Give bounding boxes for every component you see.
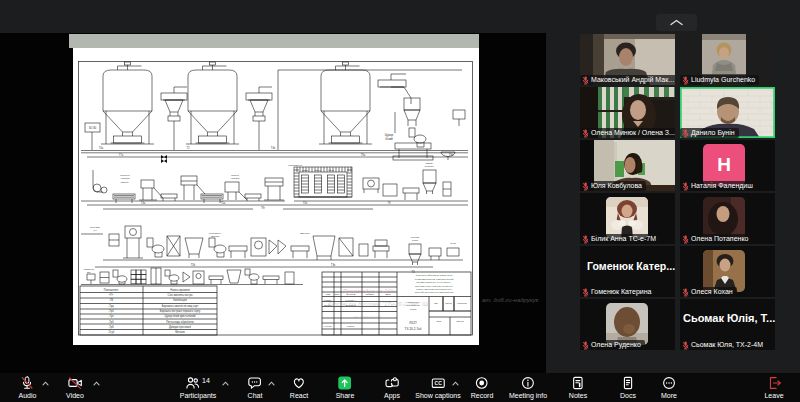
svg-text:Фасув: Фасув (328, 169, 334, 171)
svg-text:частина: частина (231, 177, 241, 180)
svg-text:Т2: Т2 (186, 146, 190, 150)
svg-text:Т4а: Т4а (99, 146, 104, 150)
svg-text:Суба: Суба (450, 242, 456, 245)
svg-text:-Тр5: -Тр5 (108, 320, 114, 324)
svg-text:Питна вода оброблена: Питна вода оброблена (166, 320, 194, 324)
svg-text:Т5а: Т5а (221, 201, 226, 205)
svg-text:Морозильна: Морозильна (288, 164, 302, 167)
svg-text:Сіль змелена екстра: Сіль змелена екстра (168, 293, 193, 297)
svg-text:-Туз: -Туз (109, 314, 115, 318)
svg-text:Цукор білий кристалічний: Цукор білий кристалічний (165, 314, 196, 318)
svg-text:Масштаб: Масштаб (457, 302, 467, 304)
svg-text:Назва сировини: Назва сировини (170, 288, 190, 292)
svg-text:Т3в: Т3в (331, 263, 336, 267)
svg-text:цех: цех (93, 229, 97, 231)
svg-text:CC: CC (434, 380, 442, 386)
svg-text:Змішувач: Змішувач (300, 232, 310, 234)
svg-text:білий: білий (385, 137, 393, 141)
svg-text:пудра: пудра (412, 239, 419, 241)
svg-text:Мийка: Мийка (302, 169, 309, 171)
svg-text:-Тр4: -Тр4 (108, 309, 114, 313)
svg-text:схема: схема (410, 308, 417, 310)
svg-text:як навчання: як навчання (352, 314, 381, 320)
svg-text:Борошно екстракл першого сорту: Борошно екстракл першого сорту (160, 309, 201, 313)
svg-text:відомих апаратів у потоці бага: відомих апаратів у потоці багато- (417, 281, 452, 283)
svg-text:-Тсуб: -Тсуб (108, 330, 115, 334)
svg-text:Дріжджі пресовані: Дріжджі пресовані (169, 325, 191, 329)
svg-text:Меланж: Меланж (175, 330, 185, 334)
svg-text:Морозильні: Морозильні (209, 232, 221, 234)
svg-text:Морозиво: Морозиво (90, 226, 101, 228)
svg-text:Борошно саметкістю вищ.copт: Борошно саметкістю вищ.copт (162, 304, 199, 308)
svg-text:Конбінация: Конбінация (173, 298, 187, 302)
svg-text:начинка: начинка (425, 165, 435, 168)
svg-text:Т5б: Т5б (303, 201, 308, 205)
svg-text:схеми виробництва з використан: схеми виробництва з використанням (415, 278, 454, 280)
svg-text:Цукрова: Цукрова (411, 236, 420, 238)
svg-text:-ТВ: -ТВ (109, 298, 113, 302)
svg-text:«Г»: «Г» (109, 293, 114, 297)
svg-text:асортиментних ліній з метою мо: асортиментних ліній з метою модер- (415, 285, 453, 287)
svg-text:Лист: Лист (335, 293, 340, 295)
svg-text:Т9а: Т9а (361, 153, 366, 157)
svg-text:Макаронні: Макаронні (84, 268, 95, 270)
svg-text:Курсові та дипломні "1Тн-20: Курсові та дипломні "1Тн-20-2-Лаб" ІШ (328, 301, 429, 307)
svg-text:Розробка уніфікованої апаратур: Розробка уніфікованої апаратурної (416, 274, 453, 276)
svg-text:-Тда: -Тда (108, 304, 114, 308)
svg-text:ТХ-20-2-7аб: ТХ-20-2-7аб (405, 327, 422, 331)
svg-text:Т4в: Т4в (271, 146, 276, 150)
svg-text:Утверд.: Утверд. (347, 325, 355, 327)
svg-text:Позначення: Позначення (104, 288, 119, 292)
svg-text:Лит: Лит (434, 302, 438, 304)
svg-text:виробн.: виробн. (121, 181, 130, 184)
svg-text:ЛХ2Т: ЛХ2Т (409, 321, 417, 325)
svg-text:Н.контр.: Н.контр. (324, 325, 333, 327)
svg-text:Т3б: Т3б (191, 263, 196, 267)
svg-text:-Тр6: -Тр6 (108, 325, 114, 329)
svg-text:вир.: вир. (87, 271, 92, 273)
svg-text:Изм: Изм (326, 293, 331, 295)
svg-text:30 30: 30 30 (89, 126, 97, 130)
svg-text:багатофункціонального виробниц: багатофункціонального виробництва (415, 291, 454, 293)
svg-text:апарати: апарати (211, 235, 220, 237)
svg-text:Т7а: Т7а (119, 153, 124, 157)
svg-text:Лист: Лист (437, 320, 442, 322)
svg-text:нізації і виробництва Українсь: нізації і виробництва Українського (416, 288, 452, 290)
svg-text:Дозув: Дозув (315, 169, 320, 171)
svg-text:Рекомендую на 1Ше: Рекомендую на 1Ше (343, 288, 395, 294)
svg-text:Масса: Масса (445, 302, 452, 304)
svg-text:Т3а: Т3а (141, 201, 146, 205)
svg-text:Т9б: Т9б (449, 153, 454, 157)
svg-text:Т9г: Т9г (261, 206, 265, 210)
svg-text:Листов: Листов (456, 320, 464, 322)
